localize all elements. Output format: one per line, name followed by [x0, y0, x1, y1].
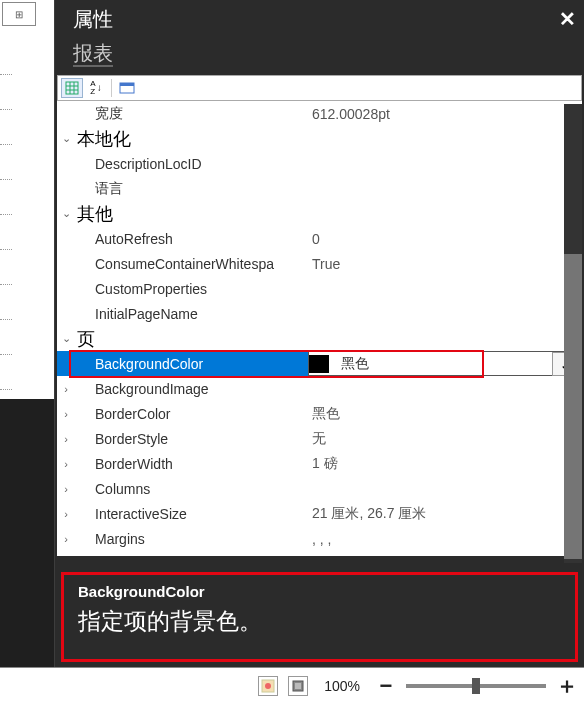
expand-toggle[interactable]: › [57, 433, 75, 445]
property-label: BorderStyle [93, 431, 308, 447]
property-label: BackgroundColor [93, 356, 308, 372]
expand-toggle[interactable]: › [57, 508, 75, 520]
document-gutter: ⊞ [0, 0, 54, 667]
panel-title: 属性 [73, 6, 113, 33]
property-value[interactable]: 21 厘米, 26.7 厘米 [308, 505, 582, 523]
close-icon[interactable]: ✕ [559, 7, 576, 31]
property-row[interactable]: AutoRefresh0 [57, 226, 582, 251]
categorized-button[interactable] [61, 78, 83, 98]
property-value[interactable]: 1 磅 [308, 455, 582, 473]
ruler-corner: ⊞ [2, 2, 36, 26]
svg-rect-0 [66, 82, 78, 94]
property-row[interactable]: ›BorderStyle无 [57, 426, 582, 451]
status-icon-2[interactable] [288, 676, 308, 696]
property-label: 页 [75, 327, 582, 351]
zoom-slider-thumb[interactable] [472, 678, 480, 694]
zoom-level[interactable]: 100% [324, 678, 360, 694]
property-label: InitialPageName [93, 306, 308, 322]
category-row[interactable]: ⌄本地化 [57, 126, 582, 151]
expand-toggle[interactable]: › [57, 533, 75, 545]
help-property-name: BackgroundColor [78, 583, 561, 600]
property-label: DescriptionLocID [93, 156, 308, 172]
category-row[interactable]: ⌄页 [57, 326, 582, 351]
property-row[interactable]: ›BorderColor黑色 [57, 401, 582, 426]
expand-toggle[interactable]: › [57, 408, 75, 420]
property-row[interactable]: ›Columns [57, 476, 582, 501]
expand-toggle[interactable]: ⌄ [57, 132, 75, 145]
property-row[interactable]: ›Margins, , , [57, 526, 582, 551]
property-value[interactable]: 黑色 [308, 405, 582, 423]
property-value[interactable]: 无 [308, 430, 582, 448]
status-icon-1[interactable] [258, 676, 278, 696]
property-label: BackgroundImage [93, 381, 308, 397]
property-label: Margins [93, 531, 308, 547]
property-label: 其他 [75, 202, 582, 226]
property-label: ConsumeContainerWhitespa [93, 256, 308, 272]
expand-toggle[interactable]: › [57, 458, 75, 470]
property-value[interactable]: 612.00028pt [308, 106, 582, 122]
property-label: 语言 [93, 180, 308, 198]
selected-object-name[interactable]: 报表 [55, 38, 584, 71]
property-row[interactable]: CustomProperties [57, 276, 582, 301]
expand-toggle[interactable]: › [57, 383, 75, 395]
property-label: InteractiveSize [93, 506, 308, 522]
property-row[interactable]: 语言 [57, 176, 582, 201]
property-pages-button[interactable] [116, 78, 138, 98]
property-value[interactable]: , , , [308, 531, 582, 547]
property-label: 宽度 [93, 105, 308, 123]
property-row[interactable]: BackgroundColor黑色 [57, 351, 582, 376]
zoom-in-button[interactable]: ＋ [556, 671, 576, 701]
property-grid[interactable]: 宽度612.00028pt⌄本地化DescriptionLocID语言⌄其他Au… [57, 101, 582, 556]
scrollbar-thumb[interactable] [564, 254, 582, 559]
expand-toggle[interactable]: › [57, 483, 75, 495]
property-row[interactable]: DescriptionLocID [57, 151, 582, 176]
category-row[interactable]: ⌄其他 [57, 201, 582, 226]
svg-rect-10 [295, 683, 301, 689]
property-help-box: BackgroundColor 指定项的背景色。 [61, 572, 578, 662]
property-label: CustomProperties [93, 281, 308, 297]
property-row[interactable]: ›InteractiveSize21 厘米, 26.7 厘米 [57, 501, 582, 526]
property-value: 黑色 [337, 355, 581, 373]
property-label: BorderColor [93, 406, 308, 422]
gutter-dark [0, 399, 54, 667]
alphabetical-button[interactable]: AZ ↓ [85, 78, 107, 98]
property-row[interactable]: ›BorderWidth1 磅 [57, 451, 582, 476]
property-label: BorderWidth [93, 456, 308, 472]
property-row[interactable]: ›BackgroundImage [57, 376, 582, 401]
property-value[interactable]: True [308, 256, 582, 272]
grid-scrollbar[interactable] [564, 104, 582, 563]
property-label: Columns [93, 481, 308, 497]
svg-rect-6 [120, 83, 134, 86]
property-row[interactable]: ConsumeContainerWhitespaTrue [57, 251, 582, 276]
svg-point-8 [265, 683, 271, 689]
property-row[interactable]: 宽度612.00028pt [57, 101, 582, 126]
properties-toolbar: AZ ↓ [57, 75, 582, 101]
expand-toggle[interactable]: ⌄ [57, 332, 75, 345]
property-label: 本地化 [75, 127, 582, 151]
help-property-desc: 指定项的背景色。 [78, 606, 561, 637]
properties-panel: 属性 ✕ 报表 AZ ↓ 宽度612.00028pt⌄本地化Descriptio… [54, 0, 584, 667]
property-row[interactable]: InitialPageName [57, 301, 582, 326]
property-label: AutoRefresh [93, 231, 308, 247]
panel-header: 属性 ✕ [55, 0, 584, 38]
expand-toggle[interactable]: ⌄ [57, 207, 75, 220]
color-swatch [309, 355, 329, 373]
property-value-editor[interactable]: 黑色 [308, 351, 582, 376]
zoom-out-button[interactable]: − [376, 673, 396, 699]
property-value[interactable]: 0 [308, 231, 582, 247]
zoom-slider[interactable] [406, 684, 546, 688]
status-bar: 100% − ＋ [0, 667, 584, 704]
